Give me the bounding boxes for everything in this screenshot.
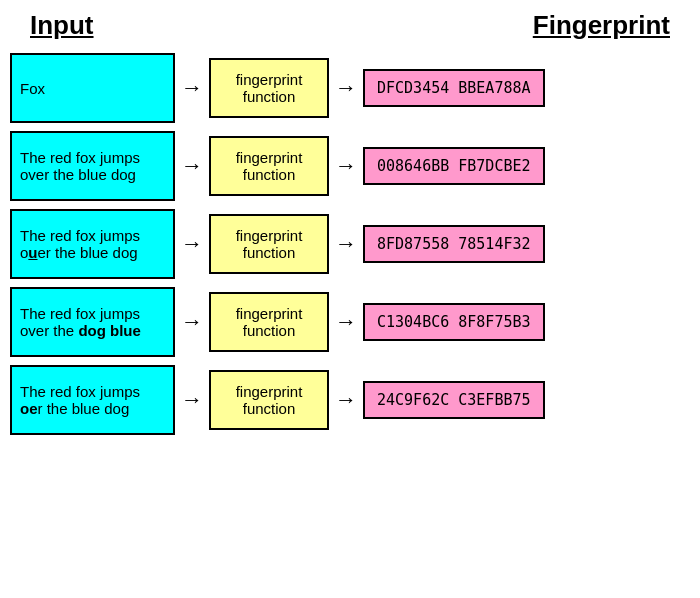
arrow-5: → xyxy=(181,387,203,413)
input-text-1: Fox xyxy=(20,80,45,97)
fingerprint-value-4: C1304BC6 8F8F75B3 xyxy=(377,313,531,331)
bold-dog-blue: dog blue xyxy=(78,322,141,339)
function-box-2: fingerprint function xyxy=(209,136,329,196)
fingerprint-value-5: 24C9F62C C3EFBB75 xyxy=(377,391,531,409)
function-label-2: fingerprint function xyxy=(219,149,319,183)
input-text-2: The red fox jumps over the blue dog xyxy=(20,149,165,183)
page-container: Input Fingerprint Fox → fingerprint func… xyxy=(10,10,690,435)
input-box-3: The red fox jumps ouer the blue dog xyxy=(10,209,175,279)
diagram-row-2: The red fox jumps over the blue dog → fi… xyxy=(10,131,690,201)
input-box-4: The red fox jumps over the dog blue xyxy=(10,287,175,357)
fingerprint-box-1: DFCD3454 BBEA788A xyxy=(363,69,545,107)
diagram-row-1: Fox → fingerprint function → DFCD3454 BB… xyxy=(10,53,690,123)
function-box-3: fingerprint function xyxy=(209,214,329,274)
function-label-3: fingerprint function xyxy=(219,227,319,261)
arrow-5b: → xyxy=(335,387,357,413)
function-label-4: fingerprint function xyxy=(219,305,319,339)
input-box-2: The red fox jumps over the blue dog xyxy=(10,131,175,201)
input-text-5: The red fox jumps oer the blue dog xyxy=(20,383,165,417)
function-label-5: fingerprint function xyxy=(219,383,319,417)
bold-oe: oe xyxy=(20,400,38,417)
arrow-3: → xyxy=(181,231,203,257)
function-label-1: fingerprint function xyxy=(219,71,319,105)
arrow-4b: → xyxy=(335,309,357,335)
fingerprint-value-3: 8FD87558 78514F32 xyxy=(377,235,531,253)
arrow-2: → xyxy=(181,153,203,179)
input-box-5: The red fox jumps oer the blue dog xyxy=(10,365,175,435)
highlight-u: u xyxy=(28,244,37,261)
header-row: Input Fingerprint xyxy=(10,10,690,41)
arrow-2b: → xyxy=(335,153,357,179)
fingerprint-value-1: DFCD3454 BBEA788A xyxy=(377,79,531,97)
function-box-5: fingerprint function xyxy=(209,370,329,430)
rows-container: Fox → fingerprint function → DFCD3454 BB… xyxy=(10,53,690,435)
input-box-1: Fox xyxy=(10,53,175,123)
arrow-3b: → xyxy=(335,231,357,257)
function-box-1: fingerprint function xyxy=(209,58,329,118)
arrow-1: → xyxy=(181,75,203,101)
diagram-row-5: The red fox jumps oer the blue dog → fin… xyxy=(10,365,690,435)
diagram-row-4: The red fox jumps over the dog blue → fi… xyxy=(10,287,690,357)
input-text-3: The red fox jumps ouer the blue dog xyxy=(20,227,165,261)
arrow-1b: → xyxy=(335,75,357,101)
fingerprint-box-2: 008646BB FB7DCBE2 xyxy=(363,147,545,185)
input-text-4: The red fox jumps over the dog blue xyxy=(20,305,165,339)
diagram-row-3: The red fox jumps ouer the blue dog → fi… xyxy=(10,209,690,279)
fingerprint-box-5: 24C9F62C C3EFBB75 xyxy=(363,381,545,419)
fingerprint-box-4: C1304BC6 8F8F75B3 xyxy=(363,303,545,341)
input-header: Input xyxy=(30,10,94,41)
fingerprint-box-3: 8FD87558 78514F32 xyxy=(363,225,545,263)
arrow-4: → xyxy=(181,309,203,335)
fingerprint-value-2: 008646BB FB7DCBE2 xyxy=(377,157,531,175)
function-box-4: fingerprint function xyxy=(209,292,329,352)
fingerprint-header: Fingerprint xyxy=(533,10,670,41)
